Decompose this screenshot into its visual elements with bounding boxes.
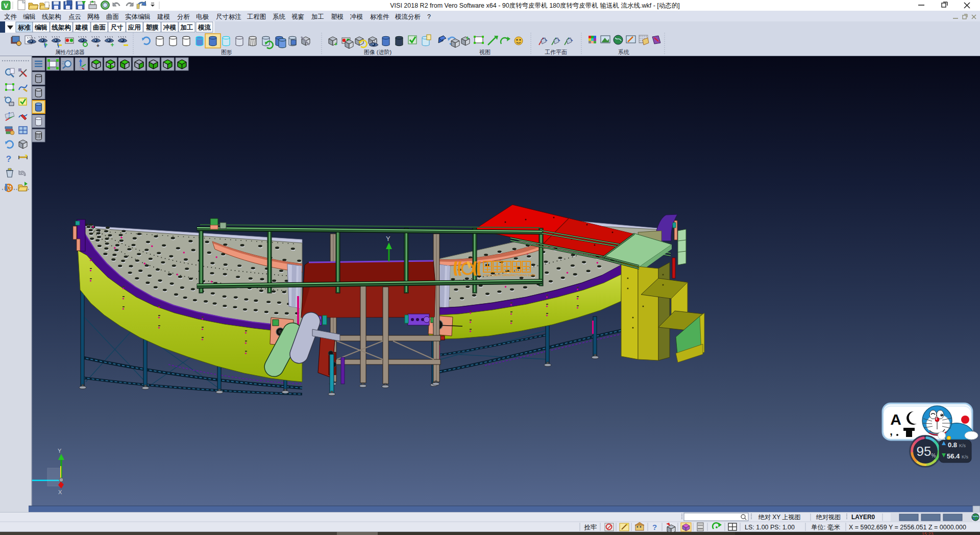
svg-text:工作平面: 工作平面 bbox=[545, 49, 567, 55]
svg-text:尺寸: 尺寸 bbox=[110, 24, 124, 31]
svg-text:VISI 2018 R2 from Vero Softwar: VISI 2018 R2 from Vero Software x64 - 90… bbox=[390, 2, 680, 9]
svg-text:56.4: 56.4 bbox=[947, 452, 960, 460]
svg-text:K/s: K/s bbox=[959, 443, 966, 448]
svg-text:?: ? bbox=[652, 523, 657, 531]
svg-text:+: + bbox=[4, 95, 6, 100]
svg-text:分析: 分析 bbox=[177, 13, 190, 20]
svg-text:加工: 加工 bbox=[311, 13, 324, 20]
svg-text:系统: 系统 bbox=[273, 13, 286, 20]
svg-text:?: ? bbox=[427, 13, 431, 20]
svg-text:15:23: 15:23 bbox=[922, 531, 934, 535]
svg-text:工程图: 工程图 bbox=[247, 13, 266, 20]
svg-text:%: % bbox=[932, 453, 936, 458]
svg-text:建模: 建模 bbox=[75, 24, 89, 31]
svg-text:编辑: 编辑 bbox=[34, 24, 47, 31]
svg-text:视窗: 视窗 bbox=[291, 13, 304, 20]
svg-text:单位: 毫米: 单位: 毫米 bbox=[811, 524, 840, 531]
svg-text:尺寸标注: 尺寸标注 bbox=[216, 13, 241, 20]
svg-text:INTELLIGENT MANUFACTURING DATA: INTELLIGENT MANUFACTURING DATA bbox=[483, 274, 535, 277]
svg-text:LS: 1.00 PS: 1.00: LS: 1.00 PS: 1.00 bbox=[745, 524, 795, 531]
svg-text:线架构: 线架构 bbox=[51, 24, 71, 31]
svg-text:实体编辑: 实体编辑 bbox=[125, 13, 151, 20]
svg-text:建模: 建模 bbox=[157, 13, 170, 20]
svg-text:电极: 电极 bbox=[196, 13, 209, 20]
svg-text:+: + bbox=[96, 43, 100, 48]
svg-text:塑膜: 塑膜 bbox=[145, 23, 159, 31]
svg-text:绝对视图: 绝对视图 bbox=[816, 514, 841, 521]
svg-text:标准件: 标准件 bbox=[370, 13, 389, 20]
svg-text:K/s: K/s bbox=[962, 454, 969, 459]
svg-text:曲面: 曲面 bbox=[106, 13, 119, 20]
svg-text:LAYER0: LAYER0 bbox=[851, 514, 875, 521]
svg-text:塑模: 塑模 bbox=[331, 13, 344, 20]
svg-text:文件: 文件 bbox=[4, 13, 17, 20]
svg-text:Y: Y bbox=[386, 235, 390, 242]
svg-text:图形: 图形 bbox=[221, 49, 232, 55]
svg-text:冲模: 冲模 bbox=[163, 24, 177, 31]
svg-text:?: ? bbox=[6, 154, 11, 164]
svg-text:标准: 标准 bbox=[17, 24, 31, 31]
svg-text:图像 (进阶): 图像 (进阶) bbox=[364, 49, 391, 55]
svg-text:模流分析: 模流分析 bbox=[395, 13, 421, 20]
svg-text:系统: 系统 bbox=[618, 49, 629, 55]
svg-text:Y: Y bbox=[58, 448, 62, 454]
svg-text:应用: 应用 bbox=[128, 24, 141, 31]
svg-text:0.8: 0.8 bbox=[948, 441, 957, 449]
svg-text:冲模: 冲模 bbox=[350, 13, 363, 20]
svg-text:绝对 XY 上视图: 绝对 XY 上视图 bbox=[758, 514, 800, 521]
svg-text:+: + bbox=[466, 35, 469, 41]
svg-text:95: 95 bbox=[917, 444, 932, 459]
svg-text:曲面: 曲面 bbox=[93, 24, 106, 31]
svg-text:V: V bbox=[4, 2, 8, 10]
svg-text:线架构: 线架构 bbox=[42, 13, 61, 20]
svg-text:+: + bbox=[110, 41, 114, 48]
svg-text:网格: 网格 bbox=[87, 13, 100, 20]
svg-text:视图: 视图 bbox=[479, 49, 491, 55]
svg-text:模流: 模流 bbox=[198, 24, 211, 31]
svg-text:点云: 点云 bbox=[68, 13, 81, 20]
svg-text:拴牢: 拴牢 bbox=[584, 524, 597, 531]
svg-text:编辑: 编辑 bbox=[23, 13, 36, 20]
svg-text:X: X bbox=[58, 489, 62, 495]
svg-text:加工: 加工 bbox=[180, 24, 193, 31]
svg-text:X = 5902.659 Y = 2556.051 Z =: X = 5902.659 Y = 2556.051 Z = 0000.000 bbox=[849, 524, 966, 531]
svg-text:属性/过滤器: 属性/过滤器 bbox=[55, 49, 85, 55]
svg-text:+: + bbox=[334, 41, 337, 47]
svg-text:,: , bbox=[890, 426, 893, 437]
